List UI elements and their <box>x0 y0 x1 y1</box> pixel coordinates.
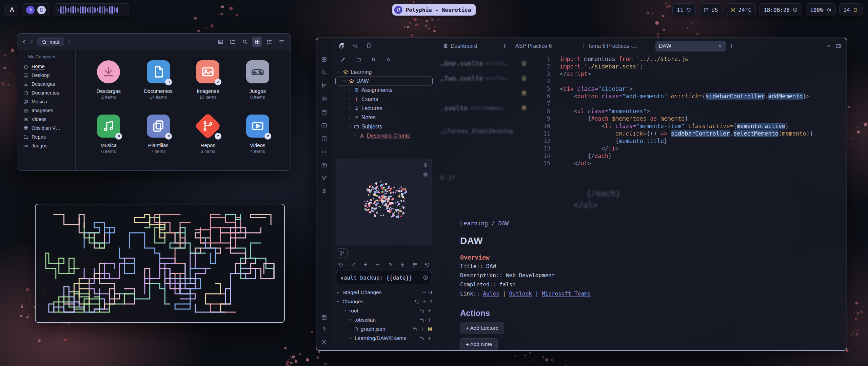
new-tab-icon[interactable] <box>729 43 734 49</box>
tree-item-lectures[interactable]: Lectures <box>335 104 433 113</box>
search-tab-icon[interactable] <box>352 43 358 49</box>
tab-tema-6[interactable]: Tema 6 Prácticas -… <box>584 41 655 52</box>
notes-button[interactable] <box>37 6 46 14</box>
grid-view-button[interactable] <box>252 37 262 47</box>
updates-module[interactable]: 11 <box>672 3 696 16</box>
random-note-icon[interactable] <box>321 96 328 102</box>
breadcrumb[interactable]: matt <box>37 37 64 46</box>
code-icon[interactable] <box>321 148 328 155</box>
sidebar-item-repos[interactable]: Repos <box>20 133 73 141</box>
git-push-icon[interactable] <box>388 262 393 267</box>
graph-focus-icon[interactable] <box>423 172 428 177</box>
tab-dashboard[interactable]: Dashboard <box>440 41 510 52</box>
terminal-icon[interactable] <box>321 122 328 129</box>
discard-icon[interactable] <box>414 299 419 304</box>
sidebar-item-desktop[interactable]: Desktop <box>20 71 73 80</box>
notifications-module[interactable]: 24 <box>839 3 863 16</box>
git-pull-icon[interactable] <box>400 262 405 267</box>
power-button[interactable] <box>26 6 35 14</box>
git-folder-obsidian[interactable]: .obsidian <box>336 315 432 324</box>
tab-daw[interactable]: DAW <box>655 41 726 52</box>
sort-icon[interactable] <box>371 57 376 62</box>
tree-item-exams[interactable]: Exams <box>335 95 433 104</box>
note-breadcrumb[interactable]: Learning / DAW <box>460 220 509 227</box>
sidebar-item-musica[interactable]: Musica <box>20 97 73 106</box>
sidebar-item-documentos[interactable]: Documentos <box>20 88 73 97</box>
folder-tile-plantillas[interactable]: Plantillas 7 items <box>134 109 183 163</box>
search-button[interactable] <box>240 37 250 47</box>
help-icon[interactable]: ? <box>321 326 328 333</box>
folder-tile-musica[interactable]: Musica 6 items <box>84 109 134 163</box>
stage-icon[interactable] <box>427 308 432 313</box>
tree-item-learning[interactable]: Learning <box>335 67 433 77</box>
stage-icon[interactable] <box>427 318 432 322</box>
sidebar-item-videos[interactable]: Videos <box>20 115 73 124</box>
link-outlook[interactable]: Outlook <box>509 290 532 297</box>
git-section-changes[interactable]: Changes 2 <box>336 297 432 306</box>
git-folder-learning-daw-exams[interactable]: Learning/DAW/Exams <box>336 333 432 343</box>
clear-message-icon[interactable] <box>423 275 428 280</box>
link-aules[interactable]: Aules <box>483 290 499 297</box>
bookmarks-tab-icon[interactable] <box>366 43 372 49</box>
git-icon[interactable] <box>321 82 328 89</box>
toggle-right-sidebar-icon[interactable] <box>836 43 841 49</box>
stage-icon[interactable] <box>422 299 427 304</box>
tree-item-notes[interactable]: Notes <box>335 113 433 122</box>
places-header[interactable]: My Computer <box>20 54 73 62</box>
folder-tile-documentos[interactable]: Documentos 14 items <box>134 55 183 109</box>
collapse-all-icon[interactable] <box>386 57 392 62</box>
git-file-graph-json[interactable]: graph.json M <box>336 324 432 333</box>
currency-icon[interactable]: $ <box>321 188 328 195</box>
sidebar-item-juegos[interactable]: Juegos <box>20 141 73 150</box>
folder-tile-descargas[interactable]: Descargas 2 items <box>84 55 134 109</box>
clock-module[interactable]: 18:08:28 <box>759 3 802 16</box>
quick-switcher-icon[interactable] <box>321 56 328 63</box>
terminal-button[interactable] <box>215 37 225 47</box>
folder-tile-juegos[interactable]: Juegos 8 items <box>233 55 283 109</box>
snapshot-icon[interactable] <box>321 162 328 168</box>
git-branch-icon[interactable] <box>337 248 348 258</box>
discard-icon[interactable] <box>420 318 425 322</box>
add-lecture-button[interactable]: + Add Lecture <box>460 322 504 334</box>
sidebar-item-obsidian-vault[interactable]: Obsidian V… <box>20 124 73 133</box>
daily-note-icon[interactable] <box>321 109 328 116</box>
git-unstage-all-icon[interactable] <box>375 262 380 267</box>
tree-item-desarrollo-cliente[interactable]: Desarrollo-Cliente <box>335 131 433 140</box>
git-refresh-icon[interactable] <box>425 262 430 267</box>
back-button[interactable] <box>21 39 27 44</box>
git-section-staged[interactable]: Staged Changes 0 <box>336 288 432 297</box>
sidebar-item-imagenes[interactable]: Imagenes <box>20 106 73 115</box>
stage-icon[interactable] <box>420 327 425 331</box>
close-icon[interactable] <box>718 44 723 48</box>
sidebar-item-home[interactable]: Home <box>20 62 73 71</box>
tree-item-subjects[interactable]: Subjects <box>335 122 433 131</box>
graph-settings-icon[interactable] <box>423 162 428 168</box>
media-player-module[interactable]: Polyphia - Neurotica <box>392 4 476 16</box>
new-folder-button[interactable] <box>228 37 238 47</box>
search-icon[interactable] <box>321 69 328 76</box>
git-commit-icon[interactable] <box>350 262 356 267</box>
discard-icon[interactable] <box>420 336 425 341</box>
new-note-icon[interactable] <box>340 57 346 62</box>
git-folder-root[interactable]: root <box>336 306 432 315</box>
tab-list-icon[interactable] <box>826 43 831 49</box>
tab-asp-practice[interactable]: ASP Practice 6 <box>512 41 583 52</box>
volume-module[interactable]: 100% <box>806 3 836 16</box>
list-view-button[interactable] <box>264 37 274 47</box>
unstage-icon[interactable] <box>422 290 427 295</box>
editor-area[interactable]: …One.sveltesrc/co…U…Two.sveltesrc/co…UM.… <box>436 54 847 350</box>
git-changes-list-icon[interactable] <box>412 262 418 267</box>
menu-button[interactable] <box>276 37 287 47</box>
folder-tile-repos[interactable]: Repos 6 items <box>183 109 233 163</box>
tree-item-daw[interactable]: DAW <box>335 77 433 85</box>
add-note-button[interactable]: + Add Note <box>460 338 498 350</box>
commit-message-input[interactable] <box>340 274 420 281</box>
weather-module[interactable]: 24°C <box>726 3 756 16</box>
link-microsoft-teams[interactable]: Microsoft Teams <box>542 290 591 297</box>
discard-icon[interactable] <box>420 308 425 313</box>
launcher-button[interactable]: Λ <box>5 4 18 16</box>
vault-switcher-icon[interactable] <box>321 314 328 321</box>
stage-icon[interactable] <box>427 336 432 341</box>
folder-tile-imagenes[interactable]: Imagenes 10 items <box>183 55 233 109</box>
files-tab-icon[interactable] <box>339 43 345 49</box>
